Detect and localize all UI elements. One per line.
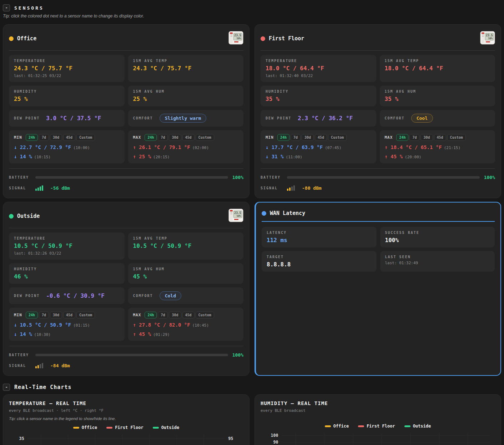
range-chip-24h[interactable]: 24h — [396, 134, 408, 141]
min-hum-time: (10:30) — [34, 332, 51, 337]
max-range-chips: 24h7d30d45dCustom — [396, 134, 465, 141]
min-label: MIN — [266, 135, 274, 140]
battery-bar — [35, 354, 228, 356]
range-chip-custom[interactable]: Custom — [447, 134, 466, 141]
temperature-value: 18.0 °C / 64.4 °F — [266, 65, 371, 72]
max-humidity-line: ↑ 45 %(01:29) — [133, 331, 239, 337]
sensors-collapse-button[interactable]: - — [3, 4, 10, 11]
range-chip-7d[interactable]: 7d — [39, 134, 49, 141]
comfort-tile: COMFORT Slightly warm — [128, 110, 244, 127]
humidity-label: HUMIDITY — [14, 89, 120, 93]
min-humidity-line: ↓ 14 %(10:15) — [14, 154, 120, 159]
max-temperature-line: ↑ 18.4 °C / 65.1 °F(21:15) — [385, 144, 490, 150]
avg-hum-tile: 15M AVG HUM 35 % — [380, 86, 495, 106]
range-chip-30d[interactable]: 30d — [302, 134, 314, 141]
signal-label: SIGNAL — [261, 186, 283, 190]
range-chip-24h[interactable]: 24h — [26, 134, 38, 141]
legend-item-outside[interactable]: Outside — [153, 425, 180, 430]
min-label: MIN — [14, 135, 22, 140]
comfort-badge: Slightly warm — [160, 114, 207, 123]
charts-collapse-button[interactable]: - — [3, 384, 10, 391]
range-chip-30d[interactable]: 30d — [50, 312, 62, 318]
signal-label: SIGNAL — [9, 186, 31, 190]
range-chip-custom[interactable]: Custom — [196, 312, 214, 318]
range-chip-24h[interactable]: 24h — [145, 312, 157, 318]
svg-text:95: 95 — [228, 436, 233, 441]
min-humidity-line: ↓ 31 %(11:00) — [266, 154, 371, 159]
humidity-chart-plot: 100908070605040302010001:2601:2701:2801:… — [261, 429, 495, 445]
sensor-color-dot[interactable] — [9, 36, 14, 41]
range-chip-45d[interactable]: 45d — [63, 134, 75, 141]
svg-text:100: 100 — [271, 433, 278, 438]
range-chip-custom[interactable]: Custom — [328, 134, 347, 141]
range-chip-7d[interactable]: 7d — [39, 312, 49, 318]
sensor-card-first-floor: First Floor 23.5 50% TEMPERATURE 18.0 °C… — [254, 24, 501, 198]
legend-swatch — [404, 425, 410, 427]
legend-swatch — [153, 427, 159, 429]
temperature-chart-card: TEMPERATURE — REAL TIME every BLE broadc… — [3, 394, 250, 445]
range-chip-custom[interactable]: Custom — [76, 312, 95, 318]
range-chip-45d[interactable]: 45d — [182, 312, 195, 318]
temperature-chart-title: TEMPERATURE — REAL TIME — [9, 400, 243, 406]
range-chip-24h[interactable]: 24h — [145, 134, 157, 141]
range-chip-45d[interactable]: 45d — [182, 134, 195, 141]
signal-label: SIGNAL — [9, 364, 31, 368]
range-chip-30d[interactable]: 30d — [169, 312, 181, 318]
range-chip-45d[interactable]: 45d — [434, 134, 446, 141]
card-divider — [9, 50, 243, 51]
range-chip-45d[interactable]: 45d — [315, 134, 327, 141]
range-chip-30d[interactable]: 30d — [420, 134, 433, 141]
min-temp-time: (01:15) — [73, 323, 90, 328]
sensor-name: Office — [17, 35, 36, 42]
range-chip-45d[interactable]: 45d — [63, 312, 75, 318]
battery-label: BATTERY — [9, 353, 31, 357]
avg-hum-tile: 15M AVG HUM 25 % — [128, 86, 244, 106]
min-tile: MIN 24h7d30d45dCustom ↓ 17.7 °C / 63.9 °… — [261, 130, 376, 163]
humidity-value: 46 % — [14, 273, 120, 280]
wan-accent-divider — [262, 221, 495, 222]
legend-item-first-floor[interactable]: First Floor — [106, 425, 143, 430]
temperature-last-updated: last: 01:32:40 03/22 — [266, 73, 371, 78]
range-chip-7d[interactable]: 7d — [291, 134, 301, 141]
range-chip-30d[interactable]: 30d — [50, 134, 62, 141]
sensor-card-office: Office 23.5 50% TEMPERATURE 24.3 °C / 75… — [3, 24, 250, 198]
range-chip-7d[interactable]: 7d — [409, 134, 419, 141]
sensor-color-dot[interactable] — [9, 214, 14, 219]
sensor-name: First Floor — [269, 35, 304, 42]
max-tile: MAX 24h7d30d45dCustom ↑ 26.1 °C / 79.1 °… — [128, 130, 244, 163]
range-chip-7d[interactable]: 7d — [158, 134, 168, 141]
dew-point-value: 3.0 °C / 37.5 °F — [46, 115, 101, 122]
sensor-color-dot[interactable] — [262, 211, 266, 216]
range-chip-custom[interactable]: Custom — [76, 134, 95, 141]
legend-item-office[interactable]: Office — [325, 424, 349, 429]
last-seen-value: last: 01:32:49 — [385, 261, 490, 265]
sensor-cards-grid: Office 23.5 50% TEMPERATURE 24.3 °C / 75… — [3, 24, 501, 376]
sensor-device-thumbnail: 23.5 50% — [228, 30, 243, 47]
range-chip-24h[interactable]: 24h — [277, 134, 289, 141]
svg-text:50%: 50% — [237, 215, 241, 218]
comfort-label: COMFORT — [133, 294, 153, 298]
avg-temp-tile: 15M AVG TEMP 24.3 °C / 75.7 °F — [128, 55, 244, 82]
latency-tile: LATENCY 112 ms — [262, 227, 377, 247]
dew-point-tile: DEW POINT 3.0 °C / 37.5 °F — [9, 110, 125, 127]
legend-item-office[interactable]: Office — [73, 425, 97, 430]
max-tile: MAX 24h7d30d45dCustom ↑ 27.8 °C / 82.0 °… — [128, 308, 244, 341]
avg-hum-label: 15M AVG HUM — [133, 267, 239, 271]
legend-item-outside[interactable]: Outside — [404, 424, 431, 429]
range-chip-custom[interactable]: Custom — [196, 134, 214, 141]
battery-label: BATTERY — [9, 175, 31, 179]
sensor-device-thumbnail: 23.5 50% — [228, 208, 243, 224]
range-chip-30d[interactable]: 30d — [169, 134, 181, 141]
sensor-device-image: 23.5 50% — [228, 208, 243, 223]
sensor-color-dot[interactable] — [261, 36, 265, 41]
range-chip-24h[interactable]: 24h — [26, 312, 38, 318]
legend-label: Office — [82, 425, 97, 430]
avg-temp-tile: 15M AVG TEMP 10.5 °C / 50.9 °F — [128, 232, 244, 260]
temperature-last-updated: last: 01:32:26 03/22 — [14, 251, 120, 256]
legend-item-first-floor[interactable]: First Floor — [358, 424, 395, 429]
range-chip-7d[interactable]: 7d — [158, 312, 168, 318]
avg-temp-value: 24.3 °C / 75.7 °F — [133, 65, 239, 72]
battery-percent: 100% — [232, 352, 243, 358]
temperature-chart-tip: Tip: click a sensor name in the legend t… — [9, 416, 243, 421]
sensors-tip-text: Tip: click the colored dot next to a sen… — [3, 14, 501, 19]
